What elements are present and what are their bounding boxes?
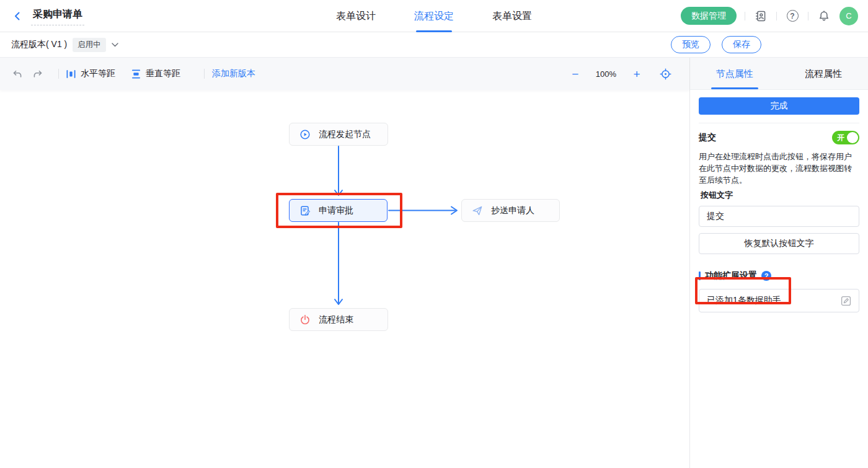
horizontal-spacing-icon (66, 69, 76, 79)
node-label: 流程结束 (319, 314, 353, 325)
submit-description: 用户在处理流程时点击此按钮，将保存用户在此节点中对数据的更改，流程数据视图转至后… (699, 151, 859, 186)
bell-icon[interactable] (817, 9, 831, 24)
canvas-toolbar: 水平等距 垂直等距 添加新版本 − 100% + (0, 58, 689, 90)
locate-center-button[interactable] (657, 66, 673, 82)
node-approval[interactable]: 申请审批 (289, 199, 388, 222)
status-badge: 启用中 (73, 38, 106, 52)
flow-connectors (0, 90, 690, 468)
submit-setting-row: 提交 开 (699, 131, 859, 144)
vertical-spacing-button[interactable]: 垂直等距 (131, 68, 180, 79)
done-button[interactable]: 完成 (699, 97, 859, 115)
node-label: 申请审批 (319, 205, 353, 216)
zoom-level: 100% (596, 69, 616, 79)
save-button[interactable]: 保存 (722, 36, 761, 53)
extension-help-icon[interactable]: ? (761, 271, 771, 281)
version-label: 流程版本( V1 ) (11, 39, 67, 50)
button-text-label: 按钮文字 (699, 190, 859, 201)
submit-toggle[interactable]: 开 (832, 131, 859, 144)
version-bar: 流程版本( V1 ) 启用中 预览 保存 (0, 32, 868, 58)
main-tabs: 表单设计 流程设定 表单设置 (336, 0, 532, 32)
tab-form-design[interactable]: 表单设计 (336, 0, 376, 32)
horizontal-spacing-button[interactable]: 水平等距 (66, 68, 115, 79)
chevron-down-icon[interactable] (112, 43, 118, 47)
vertical-spacing-label: 垂直等距 (146, 68, 180, 79)
divider (699, 123, 859, 123)
node-label: 流程发起节点 (319, 129, 371, 140)
zoom-in-button[interactable]: + (631, 68, 642, 80)
restore-default-text-button[interactable]: 恢复默认按钮文字 (699, 233, 859, 254)
address-book-icon[interactable] (753, 9, 768, 24)
node-label: 抄送申请人 (491, 205, 534, 216)
properties-panel: 节点属性 流程属性 完成 提交 开 用户在处理流程时点击此按钮，将保存用户在此节… (690, 58, 868, 468)
vertical-spacing-icon (131, 69, 141, 79)
divider (776, 12, 777, 20)
section-accent-bar (699, 272, 701, 280)
data-assistant-text: 已添加1条数据助手 (707, 295, 781, 306)
node-flow-start[interactable]: 流程发起节点 (289, 123, 388, 146)
extension-section-header: 功能扩展设置 ? (699, 270, 859, 281)
back-button[interactable] (11, 10, 24, 22)
top-bar-right: 数据管理 ? C (681, 7, 868, 25)
submit-title: 提交 (699, 132, 716, 143)
tab-flow-setting[interactable]: 流程设定 (414, 0, 454, 32)
zoom-out-button[interactable]: − (570, 68, 581, 80)
undo-button[interactable] (9, 66, 25, 82)
toggle-on-label: 开 (837, 133, 844, 143)
chevron-left-icon (12, 11, 22, 21)
zoom-controls: − 100% + (570, 66, 681, 82)
tab-form-setting[interactable]: 表单设置 (492, 0, 532, 32)
preview-button[interactable]: 预览 (671, 36, 711, 53)
flow-canvas[interactable]: 流程发起节点 申请审批 抄送申请人 (0, 90, 689, 468)
divider (808, 12, 808, 20)
toggle-knob (847, 132, 858, 143)
version-bar-actions: 预览 保存 (671, 36, 868, 53)
top-bar-left: 采购申请单 (0, 7, 84, 25)
edit-icon[interactable] (841, 296, 851, 306)
divider (204, 69, 205, 79)
help-icon[interactable]: ? (785, 9, 800, 24)
data-manage-button[interactable]: 数据管理 (681, 7, 737, 25)
node-flow-end[interactable]: 流程结束 (289, 308, 388, 331)
redo-button[interactable] (30, 66, 46, 82)
flow-canvas-area: 水平等距 垂直等距 添加新版本 − 100% + (0, 58, 690, 468)
top-bar: 采购申请单 表单设计 流程设定 表单设置 数据管理 ? (0, 0, 868, 32)
tab-node-properties[interactable]: 节点属性 (690, 58, 779, 89)
add-new-version-link[interactable]: 添加新版本 (212, 68, 255, 79)
divider (745, 12, 745, 20)
panel-tabs: 节点属性 流程属性 (690, 58, 868, 90)
data-assistant-row[interactable]: 已添加1条数据助手 (699, 289, 859, 312)
paper-plane-icon (472, 205, 483, 216)
node-cc-applicant[interactable]: 抄送申请人 (461, 199, 560, 222)
button-text-input[interactable] (699, 206, 859, 227)
avatar[interactable]: C (839, 7, 858, 25)
play-circle-icon (299, 129, 311, 140)
extension-section-title: 功能扩展设置 (705, 270, 757, 281)
power-icon (299, 314, 311, 325)
horizontal-spacing-label: 水平等距 (81, 68, 115, 79)
divider (58, 69, 59, 79)
page-title[interactable]: 采购申请单 (31, 7, 84, 25)
tab-flow-properties[interactable]: 流程属性 (779, 58, 868, 89)
panel-body: 完成 提交 开 用户在处理流程时点击此按钮，将保存用户在此节点中对数据的更改，流… (690, 90, 868, 312)
document-edit-icon (299, 205, 311, 216)
